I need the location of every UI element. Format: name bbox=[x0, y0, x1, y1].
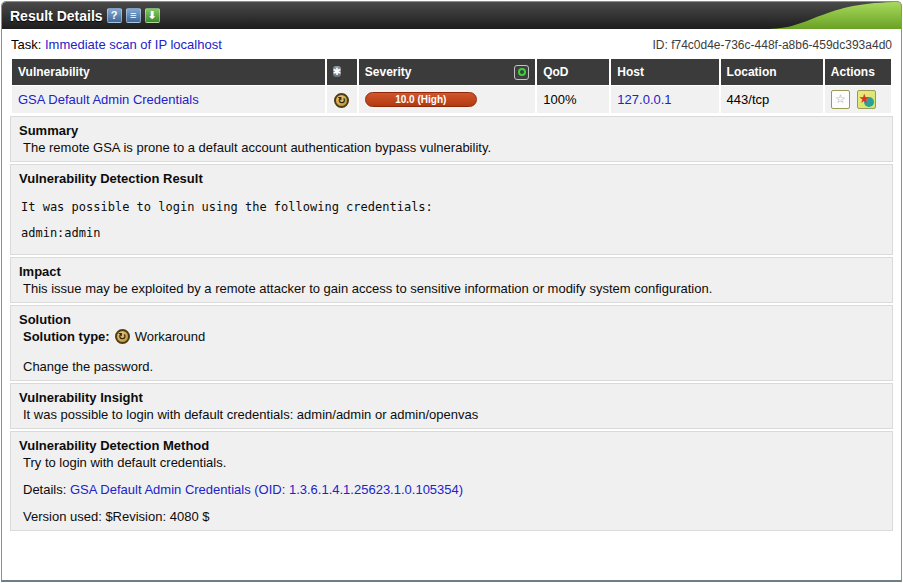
section-insight: Vulnerability Insight It was possible to… bbox=[10, 383, 893, 429]
summary-title: Summary bbox=[19, 123, 884, 138]
solution-type-label: Solution type: bbox=[23, 329, 110, 344]
details-line: Details: GSA Default Admin Credentials (… bbox=[19, 482, 884, 497]
section-detection-method: Vulnerability Detection Method Try to lo… bbox=[10, 431, 893, 531]
solution-type-line: Solution type: ↻ Workaround bbox=[19, 329, 884, 344]
result-table: Vulnerability ✱ Severity QoD Host Locati… bbox=[10, 58, 893, 114]
column-header-host[interactable]: Host bbox=[611, 59, 718, 85]
column-header-vulnerability[interactable]: Vulnerability bbox=[12, 59, 325, 85]
details-link[interactable]: GSA Default Admin Credentials (OID: 1.3.… bbox=[70, 482, 463, 497]
task-bar: Task: Immediate scan of IP localhost ID:… bbox=[2, 29, 901, 58]
host-link[interactable]: 127.0.0.1 bbox=[617, 92, 671, 107]
insight-body: It was possible to login with default cr… bbox=[19, 407, 884, 422]
impact-body: This issue may be exploited by a remote … bbox=[19, 281, 884, 296]
detection-result-line2: admin:admin bbox=[19, 226, 884, 240]
vulnerability-cell: GSA Default Admin Credentials bbox=[12, 86, 325, 113]
id-label: ID: bbox=[652, 38, 667, 52]
titlebar: Result Details ? ≡ ⬇ bbox=[2, 2, 901, 29]
solution-type-cell: ↻ bbox=[327, 86, 357, 113]
green-swoosh-decoration bbox=[769, 2, 901, 29]
vulnerability-link[interactable]: GSA Default Admin Credentials bbox=[18, 92, 199, 107]
list-icon[interactable]: ≡ bbox=[126, 8, 141, 23]
solution-type-value: Workaround bbox=[135, 329, 206, 344]
solution-body: Change the password. bbox=[19, 359, 884, 374]
host-cell: 127.0.0.1 bbox=[611, 86, 718, 113]
version-line: Version used: $Revision: 4080 $ bbox=[19, 509, 884, 524]
result-id: ID: f74c0d4e-736c-448f-a8b6-459dc393a4d0 bbox=[652, 38, 892, 52]
override-star: ★ bbox=[858, 90, 870, 107]
column-header-location[interactable]: Location bbox=[721, 59, 823, 85]
add-note-icon[interactable]: ☆ bbox=[831, 90, 850, 109]
detection-result-title: Vulnerability Detection Result bbox=[19, 171, 884, 186]
section-summary: Summary The remote GSA is prone to a def… bbox=[10, 116, 893, 162]
severity-cell: 10.0 (High) bbox=[359, 86, 535, 113]
column-header-actions: Actions bbox=[825, 59, 891, 85]
section-impact: Impact This issue may be exploited by a … bbox=[10, 257, 893, 303]
section-solution: Solution Solution type: ↻ Workaround Cha… bbox=[10, 305, 893, 381]
result-details-window: Result Details ? ≡ ⬇ Task: Immediate sca… bbox=[1, 1, 902, 582]
sort-descending-icon[interactable] bbox=[514, 65, 529, 80]
solution-title: Solution bbox=[19, 312, 884, 327]
id-value: f74c0d4e-736c-448f-a8b6-459dc393a4d0 bbox=[671, 38, 892, 52]
column-header-severity[interactable]: Severity bbox=[359, 59, 535, 85]
actions-cell: ☆ ★ bbox=[825, 86, 891, 113]
workaround-icon: ↻ bbox=[334, 93, 349, 108]
location-cell: 443/tcp bbox=[721, 86, 823, 113]
task-label: Task: bbox=[11, 37, 41, 52]
severity-badge: 10.0 (High) bbox=[365, 92, 477, 107]
task-link[interactable]: Immediate scan of IP localhost bbox=[45, 37, 222, 52]
impact-title: Impact bbox=[19, 264, 884, 279]
column-header-solution-type[interactable]: ✱ bbox=[327, 59, 357, 85]
solution-type-icon[interactable]: ✱ bbox=[333, 66, 341, 77]
severity-header-label: Severity bbox=[365, 65, 412, 79]
column-header-qod[interactable]: QoD bbox=[537, 59, 609, 85]
details-label: Details: bbox=[23, 482, 66, 497]
table-row: GSA Default Admin Credentials ↻ 10.0 (Hi… bbox=[12, 86, 891, 113]
download-icon[interactable]: ⬇ bbox=[145, 8, 160, 23]
help-icon[interactable]: ? bbox=[107, 8, 122, 23]
detection-method-body: Try to login with default credentials. bbox=[19, 455, 884, 470]
add-override-icon[interactable]: ★ bbox=[857, 90, 876, 109]
detection-result-line1: It was possible to login using the follo… bbox=[19, 200, 884, 214]
workaround-icon: ↻ bbox=[115, 329, 130, 344]
detection-method-title: Vulnerability Detection Method bbox=[19, 438, 884, 453]
task-line: Task: Immediate scan of IP localhost bbox=[11, 37, 222, 52]
section-detection-result: Vulnerability Detection Result It was po… bbox=[10, 164, 893, 255]
insight-title: Vulnerability Insight bbox=[19, 390, 884, 405]
page-title: Result Details bbox=[10, 8, 103, 24]
summary-body: The remote GSA is prone to a default acc… bbox=[19, 140, 884, 155]
qod-cell: 100% bbox=[537, 86, 609, 113]
table-header-row: Vulnerability ✱ Severity QoD Host Locati… bbox=[12, 59, 891, 85]
